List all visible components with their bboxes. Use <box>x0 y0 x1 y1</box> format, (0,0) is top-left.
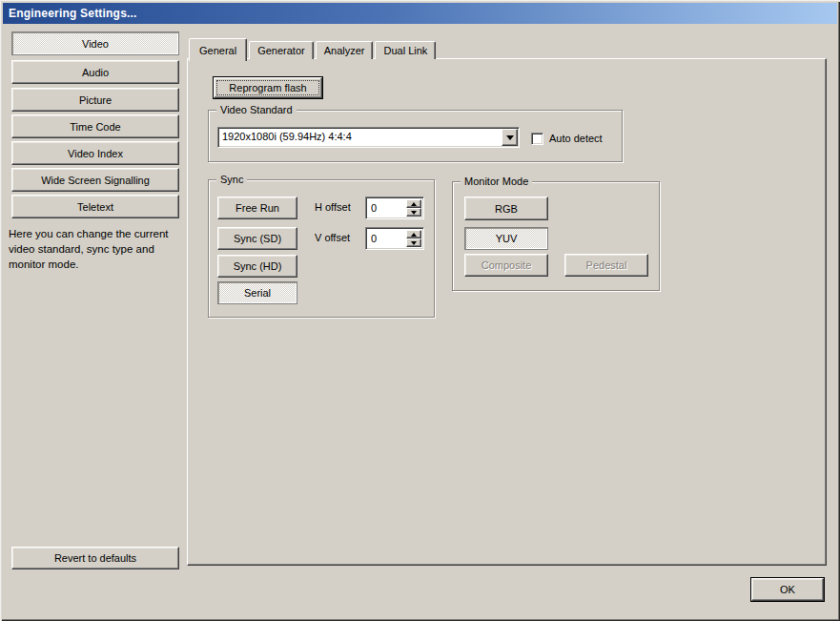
arrow-down-icon <box>411 211 417 215</box>
ok-button[interactable]: OK <box>751 578 824 601</box>
sidebar-item-picture[interactable]: Picture <box>11 88 179 112</box>
sidebar-item-wide-screen-signalling[interactable]: Wide Screen Signalling <box>11 168 179 192</box>
reprogram-flash-button[interactable]: Reprogram flash <box>214 77 322 98</box>
free-run-button[interactable]: Free Run <box>217 197 297 219</box>
spin-up-button[interactable] <box>406 230 421 238</box>
h-offset-spin-buttons <box>406 199 421 217</box>
rgb-button[interactable]: RGB <box>464 197 548 220</box>
auto-detect-checkbox[interactable] <box>531 133 543 145</box>
revert-to-defaults-button[interactable]: Revert to defaults <box>11 547 179 569</box>
tab-generator[interactable]: Generator <box>249 41 314 59</box>
engineering-settings-dialog: Engineering Settings... Video Audio Pict… <box>0 0 840 621</box>
sidebar-item-video[interactable]: Video <box>11 31 179 55</box>
pedestal-button: Pedestal <box>564 254 648 277</box>
sidebar-item-audio[interactable]: Audio <box>11 60 179 84</box>
arrow-down-icon <box>411 241 417 245</box>
titlebar[interactable]: Engineering Settings... <box>3 3 837 24</box>
v-offset-label: V offset <box>315 232 362 243</box>
monitor-mode-group-label: Monitor Mode <box>461 175 532 188</box>
spin-up-button[interactable] <box>406 199 421 208</box>
sync-group-label: Sync <box>216 173 247 186</box>
arrow-up-icon <box>411 233 417 237</box>
arrow-up-icon <box>411 202 417 206</box>
tab-dual-link[interactable]: Dual Link <box>375 41 436 59</box>
serial-button[interactable]: Serial <box>217 281 297 304</box>
tab-general[interactable]: General <box>189 38 247 61</box>
h-offset-input[interactable] <box>368 199 404 217</box>
h-offset-spinner[interactable] <box>365 197 424 219</box>
video-standard-combobox[interactable]: 1920x1080i (59.94Hz) 4:4:4 <box>217 127 520 148</box>
combobox-dropdown-button[interactable] <box>502 129 518 146</box>
v-offset-spinner[interactable] <box>365 227 424 250</box>
yuv-button[interactable]: YUV <box>464 227 548 250</box>
auto-detect-label: Auto detect <box>549 133 603 144</box>
chevron-down-icon <box>506 135 514 140</box>
sidebar-description: Here you can change the current video st… <box>9 226 180 272</box>
v-offset-input[interactable] <box>368 230 404 247</box>
spin-down-button[interactable] <box>406 208 421 217</box>
tab-bar: General Generator Analyzer Dual Link <box>189 37 438 59</box>
h-offset-label: H offset <box>315 201 362 213</box>
sidebar-item-time-code[interactable]: Time Code <box>11 114 179 138</box>
sync-sd-button[interactable]: Sync (SD) <box>217 227 297 250</box>
v-offset-spin-buttons <box>406 230 421 247</box>
video-standard-group-label: Video Standard <box>216 103 297 116</box>
sync-hd-button[interactable]: Sync (HD) <box>217 255 297 278</box>
spin-down-button[interactable] <box>406 238 421 247</box>
window-title: Engineering Settings... <box>9 7 137 20</box>
sidebar-item-teletext[interactable]: Teletext <box>11 195 179 218</box>
tab-analyzer[interactable]: Analyzer <box>316 41 374 59</box>
composite-button: Composite <box>464 254 548 277</box>
sidebar-item-video-index[interactable]: Video Index <box>11 141 179 165</box>
combobox-selected-value: 1920x1080i (59.94Hz) 4:4:4 <box>222 131 499 142</box>
